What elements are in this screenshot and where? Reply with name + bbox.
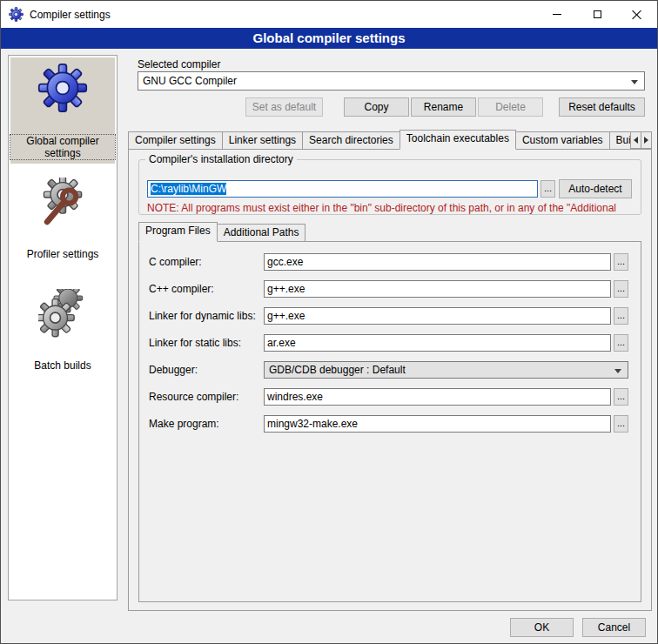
minimize-icon xyxy=(553,14,561,15)
window-controls xyxy=(537,1,657,28)
debugger-combobox[interactable]: GDB/CDB debugger : Default xyxy=(264,361,628,379)
resource-compiler-input[interactable]: windres.exe xyxy=(264,388,611,406)
arrow-right-icon xyxy=(644,137,648,144)
sidebar-item-label: Batch builds xyxy=(10,359,115,372)
selected-compiler-label: Selected compiler xyxy=(138,58,220,70)
debugger-value: GDB/CDB debugger : Default xyxy=(269,364,406,376)
tab-compiler-settings[interactable]: Compiler settings xyxy=(128,131,223,150)
static-linker-browse-button[interactable]: ... xyxy=(614,334,628,352)
close-button[interactable] xyxy=(617,1,657,28)
selected-compiler-combobox[interactable]: GNU GCC Compiler xyxy=(138,71,645,91)
maximize-icon xyxy=(594,10,601,18)
minimize-button[interactable] xyxy=(537,1,577,28)
compiler-settings-window: Compiler settings Global compiler settin… xyxy=(0,0,658,644)
title-bar[interactable]: Compiler settings xyxy=(1,1,657,28)
tab-program-files[interactable]: Program Files xyxy=(138,222,218,242)
auto-detect-button[interactable]: Auto-detect xyxy=(559,179,632,198)
note-text: NOTE: All programs must exist either in … xyxy=(147,202,641,214)
resource-compiler-browse-button[interactable]: ... xyxy=(614,388,628,406)
installation-directory-browse-button[interactable]: ... xyxy=(540,180,555,198)
tab-scrollers xyxy=(631,131,652,149)
c-compiler-browse-button[interactable]: ... xyxy=(614,253,628,271)
cancel-button[interactable]: Cancel xyxy=(582,618,646,637)
reset-defaults-button[interactable]: Reset defaults xyxy=(559,97,645,117)
installation-directory-input[interactable]: C:\raylib\MinGW xyxy=(147,180,538,198)
rename-button[interactable]: Rename xyxy=(411,97,476,117)
arrow-left-icon xyxy=(634,137,638,144)
inner-tab-strip: Program Files Additional Paths xyxy=(138,222,305,242)
close-icon xyxy=(632,10,642,20)
debugger-label: Debugger: xyxy=(149,364,198,376)
set-as-default-button[interactable]: Set as default xyxy=(245,97,323,117)
tab-linker-settings[interactable]: Linker settings xyxy=(222,131,303,150)
tab-toolchain-executables[interactable]: Toolchain executables xyxy=(400,130,516,150)
static-linker-label: Linker for static libs: xyxy=(149,337,241,349)
dynamic-linker-label: Linker for dynamic libs: xyxy=(149,310,256,322)
copy-button[interactable]: Copy xyxy=(344,97,409,117)
cpp-compiler-input[interactable]: g++.exe xyxy=(264,280,611,298)
tab-scroll-right-button[interactable] xyxy=(641,131,652,149)
sidebar-item-global-compiler-settings[interactable]: Global compiler settings xyxy=(10,57,115,164)
chevron-down-icon xyxy=(614,369,621,373)
cpp-compiler-browse-button[interactable]: ... xyxy=(614,280,628,298)
dynamic-linker-browse-button[interactable]: ... xyxy=(614,307,628,325)
dialog-header: Global compiler settings xyxy=(1,28,657,49)
make-program-input[interactable]: mingw32-make.exe xyxy=(264,415,611,433)
profiler-wrench-icon xyxy=(38,178,87,229)
maximize-button[interactable] xyxy=(577,1,617,28)
window-title: Compiler settings xyxy=(30,9,111,21)
tab-additional-paths[interactable]: Additional Paths xyxy=(217,224,306,242)
c-compiler-label: C compiler: xyxy=(149,256,202,268)
gear-icon xyxy=(37,63,88,116)
sidebar-item-label: Global compiler settings xyxy=(10,135,115,159)
cpp-compiler-label: C++ compiler: xyxy=(149,283,214,295)
main-tab-strip: Compiler settings Linker settings Search… xyxy=(128,130,652,150)
make-program-browse-button[interactable]: ... xyxy=(614,415,628,433)
sidebar-item-label: Profiler settings xyxy=(10,248,115,260)
dynamic-linker-input[interactable]: g++.exe xyxy=(264,307,611,325)
tab-custom-variables[interactable]: Custom variables xyxy=(515,131,610,150)
selected-compiler-value: GNU GCC Compiler xyxy=(143,75,237,87)
sidebar-item-batch-builds[interactable]: Batch builds xyxy=(10,284,115,379)
batch-builds-gears-icon xyxy=(38,289,87,340)
tab-search-directories[interactable]: Search directories xyxy=(302,131,400,150)
c-compiler-input[interactable]: gcc.exe xyxy=(264,253,611,271)
static-linker-input[interactable]: ar.exe xyxy=(264,334,611,352)
installation-directory-group-title: Compiler's installation directory xyxy=(145,153,297,165)
delete-button[interactable]: Delete xyxy=(478,97,543,117)
resource-compiler-label: Resource compiler: xyxy=(149,391,238,403)
ok-button[interactable]: OK xyxy=(510,618,574,637)
installation-directory-value: C:\raylib\MinGW xyxy=(151,183,226,195)
app-gear-icon xyxy=(9,7,24,22)
sidebar-item-profiler-settings[interactable]: Profiler settings xyxy=(10,172,115,268)
settings-category-list: Global compiler settings xyxy=(8,55,118,600)
make-program-label: Make program: xyxy=(149,418,219,430)
chevron-down-icon xyxy=(631,80,638,84)
